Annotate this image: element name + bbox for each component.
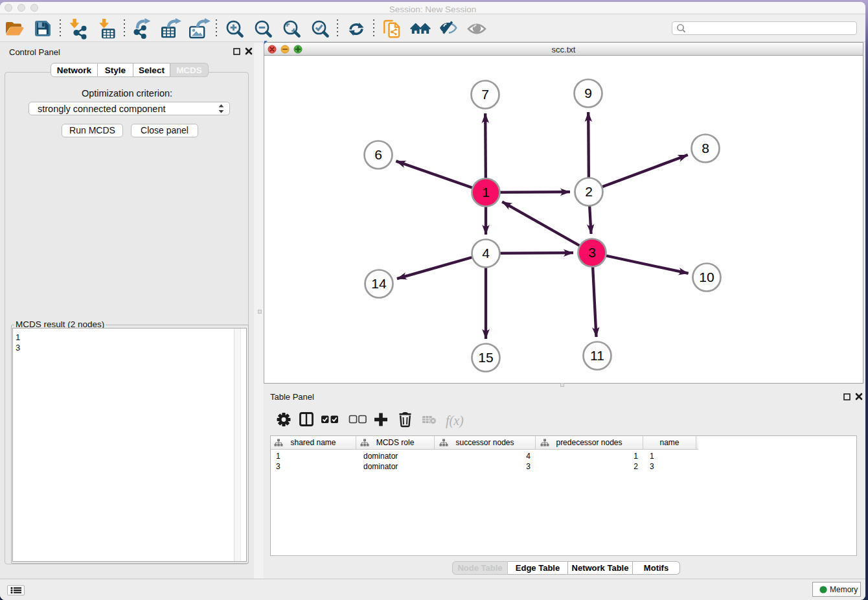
svg-text:11: 11	[590, 348, 604, 363]
svg-text:7: 7	[481, 87, 489, 102]
svg-text:3: 3	[588, 245, 596, 260]
svg-text:14: 14	[371, 276, 387, 291]
svg-text:f(x): f(x)	[446, 413, 464, 428]
svg-text:8: 8	[702, 141, 709, 156]
svg-text:6: 6	[374, 147, 382, 162]
svg-text:10: 10	[699, 270, 714, 284]
svg-text:1: 1	[482, 185, 490, 200]
svg-text:2: 2	[585, 184, 593, 199]
svg-text:4: 4	[482, 246, 490, 260]
svg-text:9: 9	[584, 86, 592, 100]
svg-text:15: 15	[478, 350, 493, 365]
